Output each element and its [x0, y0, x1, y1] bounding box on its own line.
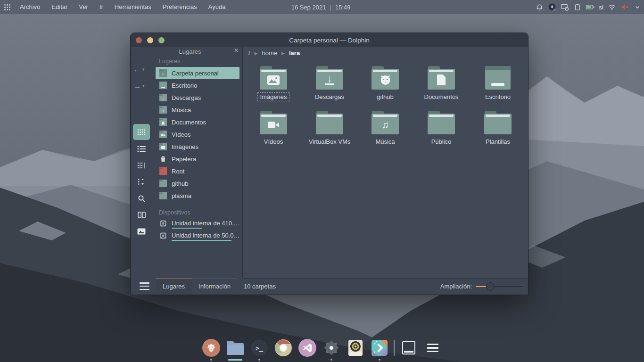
breadcrumb-home[interactable]: home — [262, 49, 278, 57]
keyboard-layout-indicator[interactable]: si — [598, 4, 604, 11]
dock-item-show-desktop[interactable] — [399, 335, 419, 361]
sidebar-item-root[interactable]: Root — [156, 165, 239, 177]
wifi-icon[interactable] — [607, 2, 617, 12]
sidebar-item-label: Música — [172, 107, 191, 114]
dock-item-photos[interactable] — [370, 335, 389, 361]
dock-item-settings[interactable] — [322, 335, 341, 361]
dock-item-vscode[interactable] — [297, 335, 317, 361]
sidebar-item-carpeta-personal[interactable]: ⌂ Carpeta personal — [156, 67, 239, 79]
show-desktop-icon — [402, 341, 415, 354]
dock-item-media-player[interactable] — [346, 335, 365, 361]
menu-editar[interactable]: Editar — [46, 0, 73, 14]
updates-icon[interactable] — [547, 2, 557, 12]
tab-label: Lugares — [163, 283, 185, 290]
dock-item-file-manager[interactable] — [225, 335, 245, 361]
desktop-icon — [159, 82, 167, 89]
zoom-slider[interactable] — [476, 282, 523, 291]
file-view[interactable]: / ▶ home ▶ lara Imágenes ↓ — [243, 47, 528, 278]
window-titlebar[interactable]: Carpeta personal — Dolphin — [131, 33, 528, 47]
dock-item-menu[interactable] — [423, 335, 443, 361]
tray-expand-chevron-icon[interactable] — [633, 2, 642, 12]
menu-archivo[interactable]: Archivo — [14, 0, 46, 14]
forward-arrow-icon: → — [133, 82, 141, 90]
folder-tile-documentos[interactable]: Documentos — [415, 66, 468, 109]
sidebar-item-label: github — [172, 180, 188, 187]
sidebar-item-github[interactable]: github — [156, 177, 239, 189]
folder-tile-github[interactable]: github — [359, 66, 412, 109]
clock[interactable]: 16 Sep 2021 | 15:49 — [291, 0, 351, 14]
details-view-button[interactable] — [133, 157, 150, 173]
sidebar-item-device-2[interactable]: Unidad interna de 50.0… — [156, 232, 239, 243]
menu-ayuda[interactable]: Ayuda — [203, 0, 231, 14]
zoom-slider-handle[interactable] — [486, 282, 495, 291]
folder-documents-icon — [428, 66, 455, 90]
menu-preferencias[interactable]: Preferencias — [157, 0, 203, 14]
back-dropdown-icon[interactable]: ▾ — [142, 67, 145, 72]
places-panel-title[interactable]: Lugares — [152, 48, 228, 55]
battery-icon[interactable] — [586, 2, 595, 12]
folder-tile-videos[interactable]: Vídeos — [247, 111, 300, 154]
sidebar-item-label: Descargas — [172, 94, 201, 101]
folder-icon — [484, 111, 512, 134]
sidebar-item-musica[interactable]: ♪ Música — [156, 104, 239, 116]
folder-label: Plantillas — [484, 138, 512, 146]
breadcrumb-root[interactable]: / — [248, 49, 250, 57]
preview-panel-button[interactable] — [133, 223, 150, 239]
sidebar-item-imagenes[interactable]: Imágenes — [156, 140, 239, 153]
device-label: Unidad interna de 410.… — [172, 220, 240, 227]
search-button[interactable] — [133, 190, 150, 206]
sidebar-item-papelera[interactable]: Papelera — [156, 153, 239, 165]
forward-button[interactable]: →▾ — [133, 80, 149, 91]
dolphin-window: Carpeta personal — Dolphin ←▾ →▾ — [131, 33, 528, 295]
app-grid-icon[interactable] — [0, 0, 14, 14]
folder-tile-publico[interactable]: Público — [415, 111, 468, 154]
folder-label: Público — [429, 138, 454, 146]
dock-item-terminal[interactable]: >_ — [249, 335, 269, 361]
folder-tile-escritorio[interactable]: Escritorio — [471, 66, 524, 109]
folder-tile-musica[interactable]: ♫ Música — [359, 111, 412, 154]
sidebar-item-escritorio[interactable]: Escritorio — [156, 79, 239, 91]
icons-view-button[interactable] — [133, 124, 150, 140]
breadcrumb-current[interactable]: lara — [289, 49, 300, 57]
clock-time: 15:49 — [335, 4, 351, 11]
notifications-bell-icon[interactable] — [535, 2, 544, 12]
sidebar-item-documentos[interactable]: Documentos — [156, 116, 239, 128]
folder-tile-descargas[interactable]: ↓ Descargas — [303, 66, 356, 109]
folder-tile-plantillas[interactable]: Plantillas — [471, 111, 524, 154]
hard-drive-icon — [159, 220, 167, 227]
menu-ver[interactable]: Ver — [73, 0, 94, 14]
minimize-window-button[interactable] — [147, 37, 153, 43]
folder-videos-icon — [260, 111, 287, 134]
tab-informacion[interactable]: Información — [192, 279, 237, 294]
sidebar-item-device-1[interactable]: Unidad interna de 410.… — [156, 220, 239, 231]
places-panel-close-icon[interactable]: ✕ — [234, 47, 239, 54]
file-manager-icon — [226, 340, 244, 355]
sidebar-item-videos[interactable]: Vídeos — [156, 128, 239, 140]
forward-dropdown-icon[interactable]: ▾ — [142, 84, 145, 88]
clipboard-icon[interactable] — [573, 2, 582, 12]
window-controls — [136, 37, 165, 43]
menu-herramientas[interactable]: Herramientas — [109, 0, 157, 14]
sort-button[interactable] — [133, 173, 150, 189]
panel-menu-icon[interactable] — [140, 282, 149, 290]
dock-item-firefox[interactable] — [201, 335, 221, 361]
trash-icon — [159, 155, 167, 163]
breadcrumb: / ▶ home ▶ lara — [248, 49, 300, 57]
folder-tile-virtualbox[interactable]: VirtualBox VMs — [303, 111, 356, 154]
nightcolor-display-icon[interactable] — [560, 2, 570, 12]
tab-lugares[interactable]: Lugares — [156, 279, 192, 294]
compact-view-button[interactable] — [133, 141, 150, 157]
folder-music-icon: ♫ — [372, 111, 399, 134]
folder-home-icon: ⌂ — [159, 69, 167, 77]
close-window-button[interactable] — [136, 37, 142, 43]
folder-count-status: 10 carpetas — [244, 278, 276, 295]
menu-ir[interactable]: Ir — [94, 0, 109, 14]
volume-muted-icon[interactable] — [620, 2, 629, 12]
sidebar-item-plasma[interactable]: plasma — [156, 189, 239, 202]
folder-tile-imagenes[interactable]: Imágenes — [247, 66, 300, 109]
split-view-button[interactable] — [133, 207, 150, 223]
dock-item-chromium[interactable] — [273, 335, 293, 361]
maximize-window-button[interactable] — [158, 37, 165, 43]
sidebar-item-descargas[interactable]: ↓ Descargas — [156, 91, 239, 104]
back-button[interactable]: ←▾ — [133, 64, 149, 75]
